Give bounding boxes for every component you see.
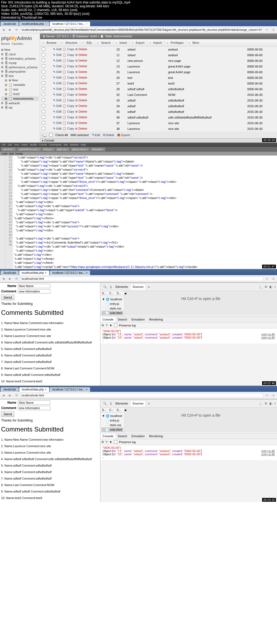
close-icon[interactable]: × bbox=[86, 271, 87, 274]
address-bar[interactable] bbox=[20, 277, 263, 281]
console-prompt[interactable]: › bbox=[103, 339, 275, 342]
edit-button[interactable]: ✎ Edit bbox=[53, 76, 61, 79]
menu-icon[interactable]: ≡ bbox=[271, 276, 276, 281]
edit-button[interactable]: ✎ Edit bbox=[53, 82, 61, 85]
file-tab[interactable]: data.php × bbox=[90, 147, 105, 151]
row-checkbox[interactable] bbox=[42, 115, 45, 119]
filter-icon[interactable]: ▽ bbox=[105, 323, 108, 327]
console-bar[interactable]: ▸ Console bbox=[40, 138, 277, 143]
tree-db[interactable]: ⊞🗄 wp bbox=[1, 105, 39, 110]
edit-button[interactable]: ✎ Edit bbox=[53, 127, 61, 130]
menu-modify[interactable]: Modify bbox=[30, 143, 37, 146]
clear-icon[interactable]: ⊘ bbox=[101, 440, 104, 444]
toolbar-search[interactable]: ▫Search bbox=[96, 40, 112, 45]
name-input[interactable] bbox=[18, 400, 50, 405]
search-icon[interactable]: 🔍 bbox=[101, 285, 108, 289]
toolbar-insert[interactable]: ▫Insert bbox=[114, 40, 129, 45]
browser-tab[interactable]: JavaScript bbox=[1, 271, 19, 275]
tree-file[interactable]: 📄 style.css bbox=[101, 306, 123, 311]
copy-button[interactable]: 📋 Copy bbox=[62, 65, 74, 68]
copy-button[interactable]: 📋 Copy bbox=[62, 76, 74, 79]
reload-icon[interactable]: ⟳ bbox=[14, 393, 19, 398]
toolbar-import[interactable]: ▫Import bbox=[148, 40, 163, 45]
menu-edit[interactable]: Edit bbox=[8, 143, 12, 146]
browser-tab-active[interactable]: localhost/data.php × bbox=[19, 387, 49, 392]
toolbar-structure[interactable]: ▫Structure bbox=[60, 40, 79, 45]
forward-icon[interactable]: ► bbox=[7, 276, 13, 281]
tree-db[interactable]: ⊞🗄 mysql bbox=[1, 61, 39, 65]
row-checkbox[interactable] bbox=[42, 64, 45, 68]
menu-format[interactable]: Format bbox=[39, 143, 47, 146]
tree-db[interactable]: ⊞🗄 phpmyadmin bbox=[1, 69, 39, 74]
edit-button[interactable]: ✎ Edit bbox=[53, 93, 61, 96]
row-checkbox[interactable] bbox=[42, 70, 45, 73]
copy-button[interactable]: 📋 Copy bbox=[62, 59, 74, 62]
delete-button[interactable]: ⊖ Delete bbox=[75, 127, 87, 130]
content-subtab[interactable]: C... bbox=[108, 408, 115, 412]
sources-subtab[interactable]: S... bbox=[100, 408, 108, 412]
preserve-log-checkbox[interactable] bbox=[114, 440, 117, 444]
edit-button[interactable]: ✎ Edit bbox=[53, 65, 61, 68]
back-icon[interactable]: ◄ bbox=[1, 27, 6, 32]
tree-table[interactable]: ⊞📋 test bbox=[1, 87, 39, 92]
comment-input[interactable] bbox=[18, 406, 50, 410]
menu-icon[interactable]: ≡ bbox=[271, 27, 276, 32]
browser-tab[interactable]: localhost / 127.0.0.1 / tes... × bbox=[50, 387, 90, 392]
tree-db[interactable]: ⊞🗄 performance_schema bbox=[1, 65, 39, 69]
toolbar-export[interactable]: ▫Export bbox=[130, 40, 146, 45]
close-icon[interactable]: × bbox=[45, 22, 47, 25]
drawer-icon[interactable]: ⟩_ bbox=[259, 402, 262, 405]
send-button[interactable]: Send bbox=[1, 411, 14, 417]
copy-button[interactable]: 📋 Copy bbox=[62, 48, 74, 51]
file-tab[interactable]: style.css × bbox=[55, 147, 70, 151]
edit-button[interactable]: ✎ Edit bbox=[53, 116, 61, 119]
menu-file[interactable]: File bbox=[2, 143, 6, 146]
menu-insert[interactable]: Insert bbox=[21, 143, 28, 146]
row-checkbox[interactable] bbox=[42, 121, 45, 124]
sources-tab[interactable]: Sources bbox=[130, 284, 146, 290]
gear-icon[interactable]: ⚙ bbox=[265, 402, 267, 405]
star-icon[interactable]: ☆ bbox=[264, 27, 270, 32]
copy-button[interactable]: 📋 Copy bbox=[62, 70, 74, 74]
copy-button[interactable]: 📋 Copy bbox=[62, 116, 74, 119]
copy-button[interactable]: 📋 Copy bbox=[62, 110, 74, 113]
copy-button[interactable]: 📋 Copy bbox=[62, 53, 74, 57]
browser-tab[interactable]: localhost / 127.0.0.1 / tes... × bbox=[50, 271, 90, 275]
toolbar-more[interactable]: ▫More bbox=[187, 40, 201, 45]
delete-button[interactable]: ⊖ Delete bbox=[75, 116, 87, 119]
drawer-icon[interactable]: ⟩_ bbox=[259, 285, 262, 289]
collapse-icon[interactable]: ◀ bbox=[123, 408, 128, 412]
edit-button[interactable]: ✎ Edit bbox=[53, 87, 61, 91]
row-checkbox[interactable] bbox=[42, 104, 45, 107]
tree-file[interactable]: 📄 style.css bbox=[101, 423, 123, 427]
tree-db[interactable]: ⊞🗄 cdcol bbox=[1, 52, 39, 56]
name-input[interactable] bbox=[18, 284, 50, 288]
drawer-tab-rendering[interactable]: Rendering bbox=[147, 317, 165, 322]
file-tab[interactable]: jquery-min.js × bbox=[71, 147, 90, 151]
search-icon[interactable]: 🔍 bbox=[101, 402, 108, 405]
dock-icon[interactable]: ◧ bbox=[269, 402, 272, 405]
row-checkbox[interactable] bbox=[42, 53, 45, 56]
code-editor[interactable]: 1213141516171819202122232425262728293031… bbox=[0, 156, 277, 269]
sources-subtab[interactable]: S... bbox=[100, 291, 108, 296]
delete-button[interactable]: ⊖ Delete bbox=[103, 133, 114, 137]
address-bar[interactable] bbox=[20, 28, 263, 32]
elements-tab[interactable]: Elements bbox=[113, 284, 130, 289]
delete-button[interactable]: ⊖ Delete bbox=[75, 87, 87, 91]
edit-button[interactable]: ✎ Edit bbox=[53, 104, 61, 108]
content-subtab[interactable]: C... bbox=[108, 291, 115, 296]
menu-view[interactable]: View bbox=[14, 143, 19, 146]
console-prompt[interactable]: › bbox=[103, 456, 275, 459]
delete-button[interactable]: ⊖ Delete bbox=[75, 48, 87, 51]
tree-file[interactable]: 📄 entry.js bbox=[101, 418, 123, 423]
tree-db[interactable]: ⊞🗄 information_schema bbox=[1, 56, 39, 61]
back-icon[interactable]: ◄ bbox=[1, 276, 6, 281]
device-icon[interactable]: ▯ bbox=[108, 285, 113, 289]
row-checkbox[interactable] bbox=[42, 59, 45, 62]
close-icon[interactable]: × bbox=[274, 402, 276, 405]
forward-icon[interactable]: ► bbox=[7, 393, 13, 398]
tree-db[interactable]: ⊞🗄 webauth bbox=[1, 101, 39, 105]
menu-help[interactable]: Help bbox=[81, 143, 86, 146]
send-button[interactable]: Send bbox=[1, 295, 14, 300]
close-icon[interactable]: × bbox=[86, 22, 87, 25]
